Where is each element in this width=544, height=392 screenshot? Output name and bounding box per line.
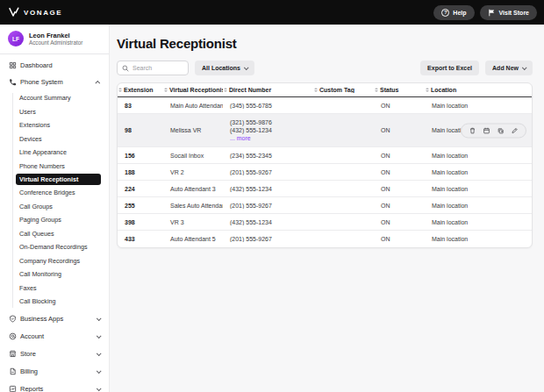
- page-title: Virtual Receptionist: [117, 36, 533, 51]
- sidebar-nav: Dashboard Phone System Account Summary U…: [0, 54, 109, 392]
- chevron-up-icon: [95, 80, 100, 85]
- sidebar-item-account-summary[interactable]: Account Summary: [0, 91, 109, 105]
- phone-system-submenu: Account Summary Users Extensions Devices…: [0, 90, 109, 310]
- add-new-dropdown[interactable]: Add New: [485, 61, 533, 75]
- phone-icon: [8, 78, 17, 87]
- sidebar: LF Leon Frankel Account Administrator Da…: [0, 25, 110, 392]
- sort-icon: [426, 88, 429, 92]
- sidebar-item-reports[interactable]: Reports: [0, 381, 109, 392]
- sidebar-item-faxes[interactable]: Faxes: [0, 282, 109, 296]
- visit-store-button[interactable]: Visit Store: [480, 5, 538, 20]
- help-button[interactable]: ? Help: [433, 5, 474, 20]
- chevron-down-icon: [97, 368, 102, 374]
- sidebar-item-dashboard[interactable]: Dashboard: [0, 57, 109, 74]
- vonage-v-icon: [9, 7, 19, 18]
- sidebar-item-billing[interactable]: Billing: [0, 363, 109, 381]
- help-icon: ?: [441, 9, 449, 17]
- sort-icon: [314, 88, 318, 92]
- calendar-icon[interactable]: [483, 126, 490, 134]
- sort-icon: [164, 88, 168, 92]
- toolbar: All Locations Export to Excel Add New: [117, 61, 533, 75]
- column-header-custom-tag[interactable]: Custom Tag: [313, 87, 374, 93]
- chevron-down-icon: [522, 65, 527, 70]
- table-row[interactable]: 224 Auto Attendant 3 (432) 555-1234 ON M…: [118, 181, 532, 197]
- chevron-down-icon: [97, 386, 102, 391]
- search-icon: [122, 65, 129, 72]
- sidebar-item-extensions[interactable]: Extensions: [0, 118, 109, 132]
- billing-icon: [8, 367, 17, 376]
- topbar-actions: ? Help Visit Store: [433, 5, 537, 20]
- direct-number-cell: (321) 555-9876 (432) 555-1234 ... more: [223, 118, 313, 142]
- column-header-location[interactable]: Location: [425, 87, 532, 93]
- business-apps-icon: [8, 315, 17, 324]
- user-role: Account Administrator: [29, 39, 82, 46]
- row-actions-toolbar: [461, 123, 526, 138]
- table-row[interactable]: 156 Socail Inbox (234) 555-2345 ON Main …: [118, 147, 532, 164]
- column-header-extension[interactable]: Extension: [118, 87, 163, 93]
- sidebar-item-phone-numbers[interactable]: Phone Numbers: [0, 160, 109, 174]
- topbar: VONAGE ? Help Visit Store: [0, 0, 544, 25]
- sort-icon: [118, 88, 122, 92]
- column-header-status[interactable]: Status: [374, 87, 425, 93]
- sidebar-item-virtual-receptionist[interactable]: Virtual Receptionist: [16, 174, 101, 185]
- table-row[interactable]: 433 Auto Attendant 5 (201) 555-9267 ON M…: [118, 231, 532, 247]
- sidebar-item-business-apps[interactable]: Business Apps: [0, 310, 109, 328]
- store-icon: [8, 350, 17, 359]
- sort-icon: [375, 88, 378, 92]
- table-row-hovered[interactable]: 98 Melissa VR (321) 555-9876 (432) 555-1…: [118, 114, 532, 147]
- sidebar-item-store[interactable]: Store: [0, 346, 109, 363]
- more-link[interactable]: ... more: [230, 134, 313, 142]
- vonage-logo[interactable]: VONAGE: [9, 7, 62, 18]
- sort-icon: [224, 88, 227, 92]
- sidebar-item-account[interactable]: Account: [0, 328, 109, 346]
- delete-icon[interactable]: [469, 126, 476, 134]
- sidebar-item-conference-bridges[interactable]: Conference Bridges: [0, 186, 109, 200]
- sidebar-item-label: Phone System: [20, 78, 63, 86]
- sidebar-item-paging-groups[interactable]: Paging Groups: [0, 213, 109, 227]
- sidebar-item-call-queues[interactable]: Call Queues: [0, 227, 109, 241]
- copy-icon[interactable]: [497, 126, 505, 134]
- table-header-row: Extension Virtual Receptionist Na... Dir…: [118, 83, 532, 97]
- column-header-name[interactable]: Virtual Receptionist Na...: [163, 87, 223, 93]
- table-row[interactable]: 188 VR 2 (201) 555-9267 ON Main location: [118, 164, 532, 181]
- table-row[interactable]: 83 Main Auto Attendant (345) 555-6785 ON…: [118, 97, 532, 114]
- search-input[interactable]: [132, 65, 183, 71]
- table-row[interactable]: 398 VR 3 (432) 555-1234 ON Main location: [118, 214, 532, 231]
- locations-filter-dropdown[interactable]: All Locations: [195, 61, 254, 75]
- chevron-down-icon: [97, 316, 102, 321]
- sidebar-item-on-demand-recordings[interactable]: On-Demand Recordings: [0, 240, 109, 254]
- visit-store-label: Visit Store: [499, 10, 530, 16]
- brand-name: VONAGE: [24, 9, 62, 17]
- avatar: LF: [8, 31, 24, 46]
- main-content: Virtual Receptionist All Locations Expor…: [110, 25, 544, 392]
- account-icon: [8, 332, 17, 341]
- edit-icon[interactable]: [511, 126, 519, 134]
- user-profile[interactable]: LF Leon Frankel Account Administrator: [0, 31, 109, 54]
- dashboard-icon: [8, 61, 17, 70]
- reports-icon: [8, 385, 17, 392]
- chevron-down-icon: [97, 351, 102, 356]
- table-row[interactable]: 255 Sales Auto Attendant (201) 555-9267 …: [118, 197, 532, 214]
- receptionist-table: Extension Virtual Receptionist Na... Dir…: [117, 82, 533, 248]
- export-to-excel-button[interactable]: Export to Excel: [420, 61, 479, 75]
- sidebar-item-line-appearance[interactable]: Line Appearance: [0, 146, 109, 160]
- chevron-down-icon: [97, 333, 102, 339]
- sidebar-item-devices[interactable]: Devices: [0, 132, 109, 146]
- chevron-down-icon: [244, 65, 249, 70]
- user-name: Leon Frankel: [29, 32, 82, 39]
- search-input-wrapper: [117, 61, 189, 75]
- sidebar-item-users[interactable]: Users: [0, 105, 109, 119]
- visit-store-icon: [488, 9, 496, 17]
- sidebar-item-label: Dashboard: [20, 61, 53, 69]
- column-header-direct-number[interactable]: Direct Number: [223, 87, 313, 93]
- sidebar-item-call-groups[interactable]: Call Groups: [0, 200, 109, 214]
- help-label: Help: [453, 10, 466, 16]
- sidebar-item-company-recordings[interactable]: Company Recordings: [0, 254, 109, 268]
- sidebar-item-phone-system[interactable]: Phone System: [0, 74, 109, 90]
- sidebar-item-call-blocking[interactable]: Call Blocking: [0, 295, 109, 309]
- sidebar-item-call-monitoring[interactable]: Call Monitoring: [0, 267, 109, 282]
